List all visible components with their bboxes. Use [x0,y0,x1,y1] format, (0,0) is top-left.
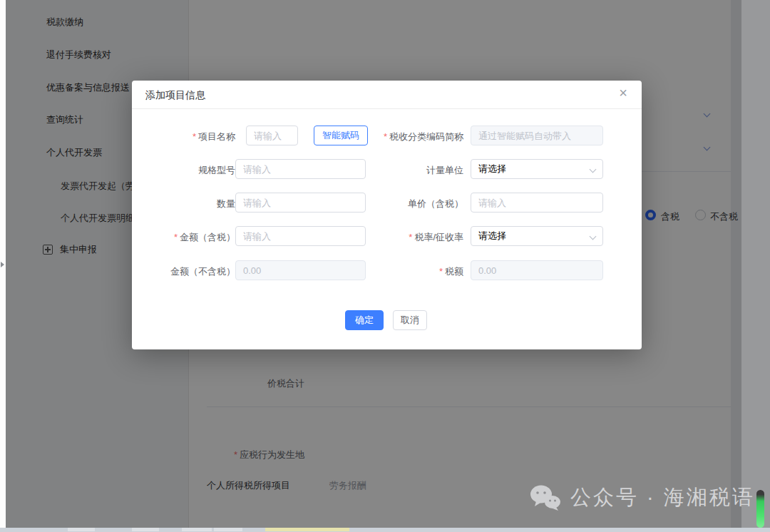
tax-amount-label: *税额 [378,265,463,278]
dialog-header-divider [132,108,642,109]
amount-incl-input[interactable] [235,226,366,246]
project-name-input[interactable] [246,126,298,145]
taskbar-item-highlighted [265,528,349,531]
dialog-title: 添加项目信息 [145,89,205,102]
collapse-arrow-icon[interactable] [1,262,4,267]
tax-category-input[interactable] [471,126,603,145]
project-name-label: *项目名称 [150,131,235,143]
taskbar-item [132,528,159,531]
close-icon[interactable]: × [615,85,632,101]
tax-rate-select[interactable]: 请选择 [471,226,603,246]
chevron-down-icon [590,166,597,173]
add-item-dialog: 添加项目信息 × *项目名称 智能赋码 *税收分类编码简称 规格型号 计量单位 … [132,81,642,349]
chevron-down-icon [590,233,597,240]
tax-category-label: *税收分类编码简称 [371,131,463,143]
tax-rate-label: *税率/征收率 [378,231,463,244]
wechat-icon [529,484,562,511]
taskbar-sliver [0,528,770,532]
quantity-input[interactable] [235,193,366,213]
dialog-ok-button[interactable]: 确定 [345,310,384,330]
watermark-text: 公众号 · 海湘税语 [570,484,755,512]
unit-select[interactable]: 请选择 [471,159,603,179]
amount-incl-label: *金额（含税） [150,231,235,244]
unit-label: 计量单位 [378,164,463,177]
spec-input[interactable] [235,159,366,179]
page: 税款缴纳 退付手续费核对 优惠备案与信息报送 查询统计 个人代开发票 发票代开发… [0,0,770,532]
taskbar-item [182,528,212,531]
unit-price-input[interactable] [471,193,603,213]
quantity-label: 数量 [150,198,235,210]
recording-indicator [756,490,764,528]
amount-excl-input[interactable] [235,260,366,280]
smart-code-button[interactable]: 智能赋码 [314,126,368,145]
taskbar-item [68,528,95,531]
spec-label: 规格型号 [150,164,235,177]
tax-amount-input[interactable] [471,260,603,280]
amount-excl-label: 金额（不含税） [150,265,235,278]
watermark: 公众号 · 海湘税语 [529,484,755,512]
unit-price-label: 单价（含税） [378,198,463,210]
taskbar-item [214,528,242,531]
dialog-cancel-button[interactable]: 取消 [393,310,427,330]
window-right-gutter [741,0,770,528]
